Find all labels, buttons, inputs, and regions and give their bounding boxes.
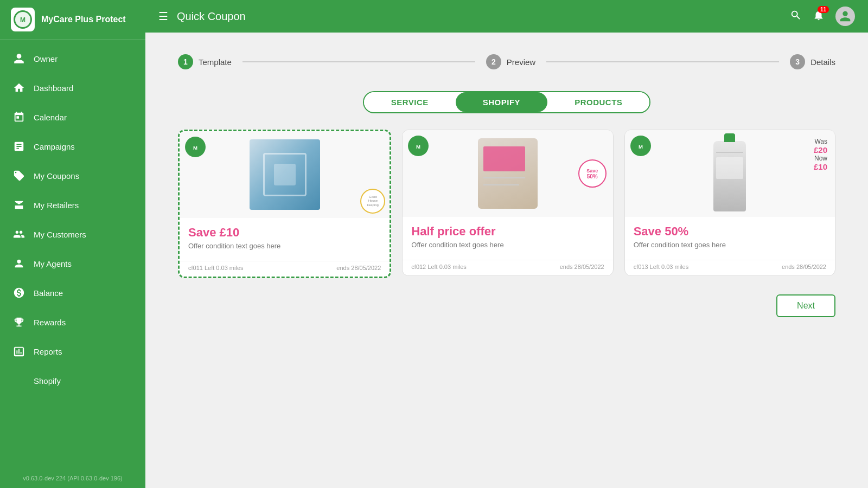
card-3-footer: cf013 Left 0.03 miles ends 28/05/2022 [625, 260, 835, 275]
main-area: ☰ Quick Coupon 11 1 Template [145, 0, 868, 488]
sidebar-item-calendar[interactable]: Calendar [0, 102, 145, 132]
sidebar-item-shopify[interactable]: Shopify [0, 366, 145, 395]
page-title: Quick Coupon [177, 10, 781, 23]
tag-icon [13, 170, 25, 182]
card-2-image: M Save 50% [403, 130, 612, 217]
svg-text:M: M [416, 144, 420, 150]
tab-group: SERVICE SHOPIFY PRODUCTS [363, 91, 651, 113]
sidebar-item-balance[interactable]: Balance [0, 278, 145, 307]
group-icon [13, 258, 25, 269]
step-line-1 [242, 61, 475, 62]
tab-products[interactable]: PRODUCTS [547, 92, 649, 112]
card-2-offer: Half price offer [411, 224, 604, 239]
app-title: MyCare Plus Protect [41, 15, 126, 24]
sidebar-label-my-retailers: My Retailers [34, 201, 79, 210]
card-1-image: M GoodHousekeeping [180, 131, 390, 218]
step-3-label: Details [810, 57, 835, 67]
notifications-button[interactable]: 11 [813, 9, 825, 24]
sidebar-item-my-retailers[interactable]: My Retailers [0, 190, 145, 220]
sidebar-label-balance: Balance [34, 288, 63, 298]
coupon-card-1[interactable]: M GoodHousekeeping [178, 130, 391, 278]
card-2-logo: M [408, 136, 429, 156]
housekeeping-badge: GoodHousekeeping [360, 189, 385, 214]
card-1-body: Save £10 Offer condition text goes here [180, 218, 390, 261]
sidebar-label-my-customers: My Customers [34, 230, 86, 239]
card-3-footer-right: ends 28/05/2022 [782, 264, 826, 270]
step-2: 2 Preview [486, 54, 535, 69]
store-icon [13, 199, 25, 211]
step-3: 3 Details [790, 54, 835, 69]
step-3-circle: 3 [790, 54, 805, 69]
sidebar-label-owner: Owner [34, 54, 58, 63]
card-1-condition: Offer condition text goes here [188, 242, 381, 250]
sidebar-item-reports[interactable]: Reports [0, 337, 145, 366]
menu-icon[interactable]: ☰ [158, 10, 168, 23]
sidebar-nav: Owner Dashboard Calendar Campaigns [0, 40, 145, 468]
sidebar-item-owner[interactable]: Owner [0, 44, 145, 73]
sidebar-label-calendar: Calendar [34, 113, 67, 122]
sidebar-label-campaigns: Campaigns [34, 142, 75, 151]
card-2-body: Half price offer Offer condition text go… [403, 217, 612, 260]
sidebar-label-reports: Reports [34, 347, 62, 356]
sidebar: M MyCare Plus Protect Owner Dashboard Ca… [0, 0, 145, 488]
step-1-circle: 1 [178, 54, 193, 69]
sidebar-item-my-coupons[interactable]: My Coupons [0, 161, 145, 190]
content-area: 1 Template 2 Preview 3 Details [145, 33, 868, 488]
trophy-icon [13, 316, 25, 328]
card-1-footer: cf011 Left 0.03 miles ends 28/05/2022 [180, 261, 390, 277]
stepper: 1 Template 2 Preview 3 Details [178, 54, 835, 69]
card-3-body: Save 50% Offer condition text goes here [625, 217, 835, 260]
cards-row: M GoodHousekeeping [178, 130, 835, 278]
svg-text:M: M [20, 16, 25, 24]
chart-icon [13, 140, 25, 152]
sidebar-item-my-customers[interactable]: My Customers [0, 220, 145, 249]
balance-icon [13, 287, 25, 299]
home-icon [13, 82, 25, 94]
sidebar-header: M MyCare Plus Protect [0, 0, 145, 40]
coupon-card-2[interactable]: M Save 50% Half price offer [402, 130, 613, 276]
shopify-icon [13, 375, 25, 387]
sidebar-label-dashboard: Dashboard [34, 84, 73, 93]
card-1-logo: M [185, 137, 206, 157]
card-1-footer-left: cf011 Left 0.03 miles [188, 265, 244, 271]
step-1: 1 Template [178, 54, 232, 69]
card-1-footer-right: ends 28/05/2022 [336, 265, 381, 271]
sidebar-item-rewards[interactable]: Rewards [0, 307, 145, 337]
card-3-image: M Was £20 Now £10 [625, 130, 835, 217]
sidebar-item-campaigns[interactable]: Campaigns [0, 132, 145, 161]
tab-shopify[interactable]: SHOPIFY [456, 92, 547, 112]
tab-bar: SERVICE SHOPIFY PRODUCTS [178, 91, 835, 113]
card-3-offer: Save 50% [634, 224, 826, 239]
card-3-logo: M [630, 136, 651, 156]
step-2-label: Preview [507, 57, 535, 67]
notification-badge: 11 [818, 6, 829, 13]
sidebar-item-dashboard[interactable]: Dashboard [0, 73, 145, 102]
svg-text:M: M [639, 144, 643, 150]
sidebar-label-rewards: Rewards [34, 318, 66, 327]
card-3-condition: Offer condition text goes here [634, 241, 826, 249]
tab-service[interactable]: SERVICE [364, 92, 456, 112]
search-button[interactable] [790, 9, 802, 24]
svg-text:M: M [193, 145, 197, 151]
card-2-footer: cf012 Left 0.03 miles ends 28/05/2022 [403, 260, 612, 275]
sidebar-label-shopify: Shopify [34, 376, 61, 386]
reports-icon [13, 345, 25, 357]
version-text: v0.63.0-dev 224 (API 0.63.0-dev 196) [0, 468, 145, 488]
people-icon [13, 228, 25, 240]
card-1-offer: Save £10 [188, 226, 381, 240]
coupon-card-3[interactable]: M Was £20 Now £10 [624, 130, 835, 276]
save-badge-2: Save 50% [578, 159, 607, 188]
sidebar-label-my-agents: My Agents [34, 259, 72, 268]
card-3-footer-left: cf013 Left 0.03 miles [634, 264, 689, 270]
was-now-badge: Was £20 Now £10 [814, 138, 827, 171]
sidebar-item-my-agents[interactable]: My Agents [0, 249, 145, 278]
sidebar-label-my-coupons: My Coupons [34, 171, 79, 181]
step-2-circle: 2 [486, 54, 501, 69]
next-button[interactable]: Next [776, 294, 835, 317]
user-avatar[interactable] [835, 7, 855, 26]
step-1-label: Template [199, 57, 232, 67]
topbar: ☰ Quick Coupon 11 [145, 0, 868, 33]
calendar-icon [13, 111, 25, 123]
card-2-condition: Offer condition text goes here [411, 241, 604, 249]
card-2-footer-right: ends 28/05/2022 [560, 264, 604, 270]
